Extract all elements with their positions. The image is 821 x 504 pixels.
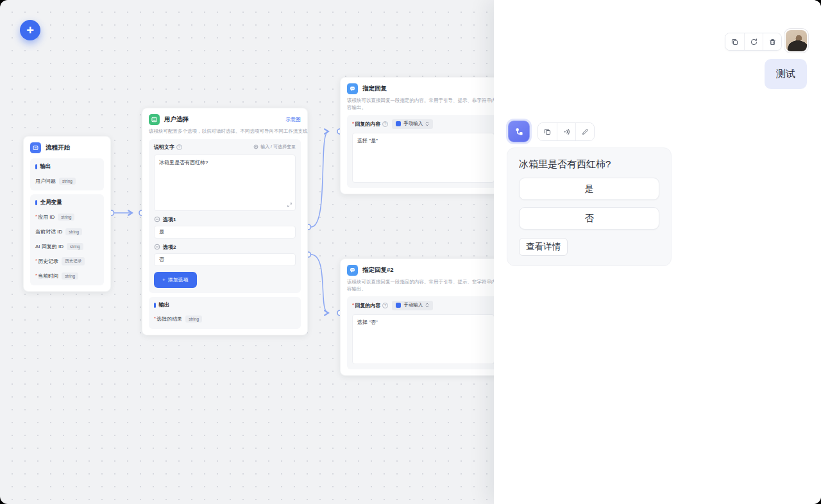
choice-button-yes[interactable]: 是 <box>519 178 659 200</box>
app-window: + 流程开始 输出 用户问题 string 全局变量 *应用 ID <box>0 0 821 504</box>
input-mode-select[interactable]: 手动输入 <box>392 119 433 129</box>
user-message-bubble: 测试 <box>765 59 807 89</box>
field-row: AI 回复的 ID string <box>35 242 99 251</box>
option2-input[interactable]: 否 <box>154 253 296 266</box>
node-header: 指定回复 <box>347 83 500 94</box>
chat-toolbar <box>725 33 782 51</box>
field-row: *当前时间 string <box>35 271 99 280</box>
read-aloud-icon[interactable] <box>557 123 575 140</box>
field-type-badge: string <box>62 273 78 280</box>
flow-start-icon <box>30 142 41 153</box>
help-icon[interactable]: ? <box>382 303 388 308</box>
field-name: *当前时间 <box>35 273 58 280</box>
expand-icon[interactable] <box>287 202 292 208</box>
select-caret-icon <box>425 303 429 308</box>
node-reply-1[interactable]: 指定回复 该模块可以直接回复一段指定的内容。常用于引导、提示、非字符串内容输出。… <box>340 77 507 194</box>
reply-icon <box>347 265 358 276</box>
choice-button-no[interactable]: 否 <box>519 207 659 230</box>
variable-hint: 输入 / 可选择变量 <box>253 144 296 150</box>
section-title: 输出 <box>159 301 170 309</box>
node-header: 用户选择 示意图 <box>149 113 301 125</box>
field-row: *选择的结果 string <box>154 315 296 324</box>
user-avatar[interactable] <box>784 29 808 53</box>
field-name: AI 回复的 ID <box>35 243 63 250</box>
output-section: 输出 *选择的结果 string <box>149 297 301 329</box>
trash-icon[interactable] <box>763 33 781 50</box>
input-mode-select[interactable]: 手动输入 <box>392 301 433 310</box>
required-marker: * <box>35 273 37 278</box>
plus-icon: + <box>162 277 165 283</box>
option1-label-row: 选项1 <box>154 216 296 223</box>
node-title: 用户选择 <box>164 115 189 124</box>
required-marker: * <box>352 121 354 126</box>
copy-icon[interactable] <box>725 33 744 50</box>
select-caret-icon <box>425 121 429 126</box>
node-flow-start[interactable]: 流程开始 输出 用户问题 string 全局变量 *应用 ID string 当… <box>23 136 111 292</box>
bot-workflow-avatar[interactable] <box>508 121 530 142</box>
node-header: 指定回复#2 <box>347 264 500 276</box>
variable-icon <box>253 144 258 149</box>
field-type-badge: string <box>58 214 74 221</box>
required-marker: * <box>35 258 37 264</box>
instruction-label: 说明文字 <box>154 144 174 151</box>
section-bar <box>154 303 156 308</box>
edit-icon[interactable] <box>575 123 594 140</box>
field-row: 用户问题 string <box>35 176 99 185</box>
reply-content-textarea[interactable]: 选择 "否" <box>352 314 495 364</box>
copy-icon[interactable] <box>538 123 557 140</box>
workflow-icon <box>514 126 525 137</box>
add-node-button[interactable]: + <box>20 20 40 40</box>
field-name: 当前对话 ID <box>35 228 62 235</box>
content-section: *回复的内容 ? 手动输入 选择 "否" <box>347 296 500 369</box>
reply-content-value: 选择 "否" <box>357 319 378 325</box>
view-detail-button[interactable]: 查看详情 <box>519 238 568 256</box>
plus-icon: + <box>26 23 34 37</box>
remove-option-icon[interactable] <box>154 216 160 223</box>
field-name: *应用 ID <box>35 214 55 221</box>
test-chat-panel: 测试 冰箱里是否有西红柿? 是 否 查看详情 <box>494 0 821 504</box>
node-header: 流程开始 <box>30 142 104 153</box>
field-name: *历史记录 <box>35 258 58 265</box>
node-description: 该模块可以直接回复一段指定的内容。常用于引导、提示、非字符串内容输出。 <box>347 279 500 293</box>
required-marker: * <box>352 302 354 308</box>
field-row: *应用 ID string <box>35 212 99 221</box>
reply-content-textarea[interactable]: 选择 "是" <box>352 133 495 183</box>
node-reply-2[interactable]: 指定回复#2 该模块可以直接回复一段指定的内容。常用于引导、提示、非字符串内容输… <box>340 258 507 376</box>
edge-option2-to-reply2 <box>311 255 328 313</box>
field-type-badge: string <box>65 228 82 235</box>
node-user-select[interactable]: 用户选择 示意图 该模块可配置多个选项，以供对话时选择。不同选项可导向不同工作流… <box>142 108 308 335</box>
remove-option-icon[interactable] <box>154 244 160 250</box>
reply-content-value: 选择 "是" <box>357 138 378 144</box>
field-type-badge: string <box>185 315 202 323</box>
node-description: 该模块可以直接回复一段指定的内容。常用于引导、提示、非字符串内容输出。 <box>347 97 500 112</box>
bot-question: 冰箱里是否有西红柿? <box>519 158 659 171</box>
diagram-link[interactable]: 示意图 <box>285 116 301 123</box>
help-icon[interactable]: ? <box>176 144 182 150</box>
node-title: 流程开始 <box>46 144 70 152</box>
instruction-textarea[interactable]: 冰箱里是否有西红柿? <box>154 155 296 211</box>
config-section: 说明文字 ? 输入 / 可选择变量 冰箱里是否有西红柿? 选项1 <box>149 139 301 293</box>
section-bar <box>35 200 37 205</box>
manual-input-icon <box>396 121 401 126</box>
user-select-icon <box>149 114 160 125</box>
option1-input[interactable]: 是 <box>154 226 296 239</box>
field-name: 用户问题 <box>35 178 56 185</box>
manual-input-icon <box>396 303 401 308</box>
option2-label-row: 选项2 <box>154 244 296 251</box>
content-label: *回复的内容 <box>352 121 380 128</box>
globals-section: 全局变量 *应用 ID string 当前对话 ID string AI 回复的… <box>30 194 104 285</box>
edge-option1-to-reply1 <box>311 131 328 227</box>
node-title: 指定回复#2 <box>362 266 394 274</box>
content-section: *回复的内容 ? 手动输入 选择 "是" <box>347 115 500 188</box>
help-icon[interactable]: ? <box>382 121 388 127</box>
field-type-badge: string <box>59 178 76 185</box>
reply-icon <box>347 83 358 94</box>
section-title: 全局变量 <box>40 199 62 206</box>
bot-message-toolbar <box>537 122 595 141</box>
node-description: 该模块可配置多个选项，以供对话时选择。不同选项可导向不同工作流支线 <box>149 128 301 135</box>
field-row: 当前对话 ID string <box>35 227 99 236</box>
option-label: 选项2 <box>163 244 176 251</box>
add-option-button[interactable]: + 添加选项 <box>154 272 197 288</box>
field-type-badge: 历史记录 <box>62 257 85 265</box>
reset-icon[interactable] <box>744 33 763 50</box>
